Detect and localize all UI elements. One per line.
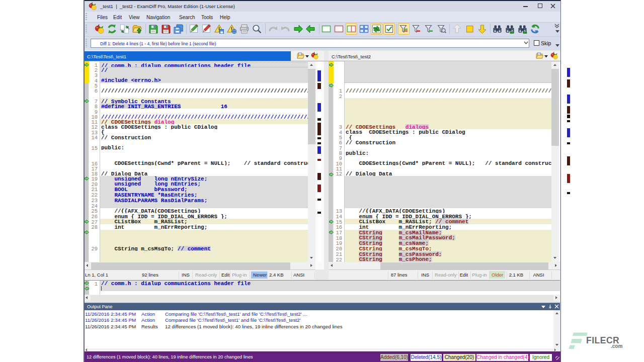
svg-text:.com: .com (611, 343, 622, 349)
